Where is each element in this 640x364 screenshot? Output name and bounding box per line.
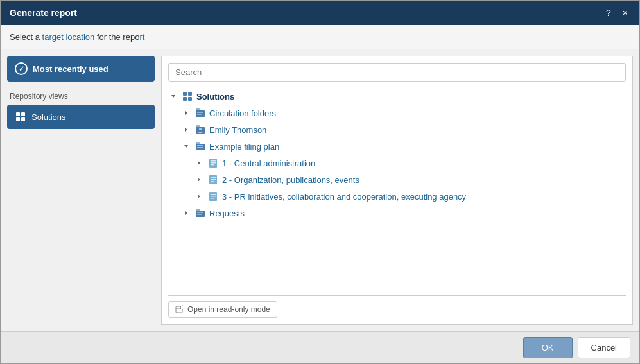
svg-marker-33 <box>198 195 200 198</box>
svg-rect-27 <box>211 164 214 166</box>
target-location-link[interactable]: target location <box>42 32 95 42</box>
bottom-bar: Open in read-only mode <box>168 295 626 318</box>
search-input[interactable] <box>168 63 626 82</box>
solutions-tree-label: Solutions <box>196 92 234 101</box>
svg-rect-5 <box>183 92 187 96</box>
subtitle-text: Select a target location for the report <box>10 32 144 42</box>
svg-rect-12 <box>197 112 203 113</box>
content-area: ✓ Most recently used Repository views So… <box>1 49 639 331</box>
most-recently-used-button[interactable]: ✓ Most recently used <box>7 56 155 82</box>
filing-plan-icon <box>195 141 206 152</box>
svg-rect-42 <box>197 214 202 215</box>
svg-rect-26 <box>211 162 216 164</box>
most-recently-used-label: Most recently used <box>33 64 108 74</box>
tree-item-central-admin[interactable]: 1 - Central administration <box>194 155 626 171</box>
svg-rect-0 <box>16 112 20 116</box>
repository-views-label: Repository views <box>7 89 155 105</box>
expand-requests-btn[interactable] <box>181 208 191 218</box>
pr-initiatives-icon <box>207 191 219 202</box>
ok-button[interactable]: OK <box>523 337 573 358</box>
emily-thomson-icon <box>195 124 206 135</box>
svg-rect-36 <box>211 196 216 197</box>
right-panel: Solutions Circulati <box>161 56 633 325</box>
organization-icon <box>207 174 219 186</box>
tree-item-requests[interactable]: Requests <box>181 205 626 221</box>
pr-initiatives-label: 3 - PR initiatives, collaboration and co… <box>222 192 466 202</box>
svg-marker-4 <box>171 95 175 98</box>
filing-plan-label: Example filing plan <box>209 142 279 152</box>
close-button[interactable]: × <box>620 8 630 18</box>
svg-marker-28 <box>198 178 200 182</box>
cancel-button[interactable]: Cancel <box>578 337 630 358</box>
generate-report-dialog: Generate report ? × Select a target loca… <box>0 0 640 364</box>
open-readonly-button[interactable]: Open in read-only mode <box>168 301 277 318</box>
emily-thomson-label: Emily Thomson <box>209 125 266 135</box>
tree-root-solutions[interactable]: Solutions <box>168 88 626 105</box>
help-button[interactable]: ? <box>603 8 614 18</box>
expand-organization-btn[interactable] <box>194 175 204 185</box>
central-admin-icon <box>207 157 219 169</box>
central-admin-label: 1 - Central administration <box>222 159 315 168</box>
svg-rect-2 <box>16 117 20 121</box>
solutions-nav-button[interactable]: Solutions <box>7 105 155 129</box>
title-bar: Generate report ? × <box>1 1 639 25</box>
collapse-filing-plan-btn[interactable] <box>181 141 191 152</box>
circulation-folders-label: Circulation folders <box>209 108 276 118</box>
svg-rect-6 <box>188 92 192 96</box>
expand-emily-btn[interactable] <box>181 125 191 135</box>
svg-rect-30 <box>211 177 216 178</box>
report-link[interactable]: rt <box>139 32 144 42</box>
svg-rect-7 <box>183 97 187 101</box>
expand-pr-btn[interactable] <box>194 191 204 202</box>
svg-rect-35 <box>211 194 216 195</box>
tree-item-filing-plan[interactable]: Example filing plan <box>181 138 626 155</box>
collapse-solutions-btn[interactable] <box>168 91 178 101</box>
svg-rect-31 <box>211 179 216 180</box>
tree-item-circulation-folders[interactable]: Circulation folders <box>181 105 626 121</box>
open-readonly-icon <box>175 305 184 314</box>
expand-circulation-btn[interactable] <box>181 108 191 118</box>
svg-rect-25 <box>211 160 216 162</box>
svg-marker-18 <box>184 145 188 148</box>
svg-rect-41 <box>197 212 203 213</box>
open-readonly-label: Open in read-only mode <box>187 305 270 314</box>
requests-label: Requests <box>209 209 245 218</box>
solutions-label: Solutions <box>31 112 65 122</box>
solutions-icon <box>182 91 193 102</box>
tree-item-pr-initiatives[interactable]: 3 - PR initiatives, collaboration and co… <box>194 188 626 205</box>
dialog-title: Generate report <box>10 8 77 18</box>
expand-central-admin-btn[interactable] <box>194 158 204 168</box>
tree-item-organization[interactable]: 2 - Organization, publications, events <box>194 171 626 188</box>
svg-rect-3 <box>21 117 25 121</box>
checkmark-icon: ✓ <box>15 62 28 75</box>
svg-point-17 <box>199 128 202 130</box>
svg-rect-8 <box>188 97 192 101</box>
circulation-folders-icon <box>195 107 206 119</box>
svg-rect-21 <box>197 145 203 146</box>
svg-rect-1 <box>21 112 25 116</box>
svg-rect-22 <box>197 147 203 148</box>
requests-icon <box>195 207 206 219</box>
svg-rect-32 <box>211 181 214 182</box>
footer-bar: OK Cancel <box>1 331 639 363</box>
solutions-grid-icon <box>15 111 26 123</box>
svg-rect-37 <box>211 198 214 199</box>
svg-marker-9 <box>185 111 187 115</box>
left-panel: ✓ Most recently used Repository views So… <box>7 56 155 325</box>
svg-marker-14 <box>185 128 187 132</box>
tree-area: Solutions Circulati <box>168 88 626 291</box>
svg-marker-23 <box>198 161 200 165</box>
tree-item-emily-thomson[interactable]: Emily Thomson <box>181 121 626 138</box>
svg-marker-38 <box>185 211 187 215</box>
title-bar-controls: ? × <box>603 8 630 18</box>
organization-label: 2 - Organization, publications, events <box>222 175 359 185</box>
svg-rect-13 <box>197 114 202 115</box>
subtitle-bar: Select a target location for the report <box>1 25 639 49</box>
